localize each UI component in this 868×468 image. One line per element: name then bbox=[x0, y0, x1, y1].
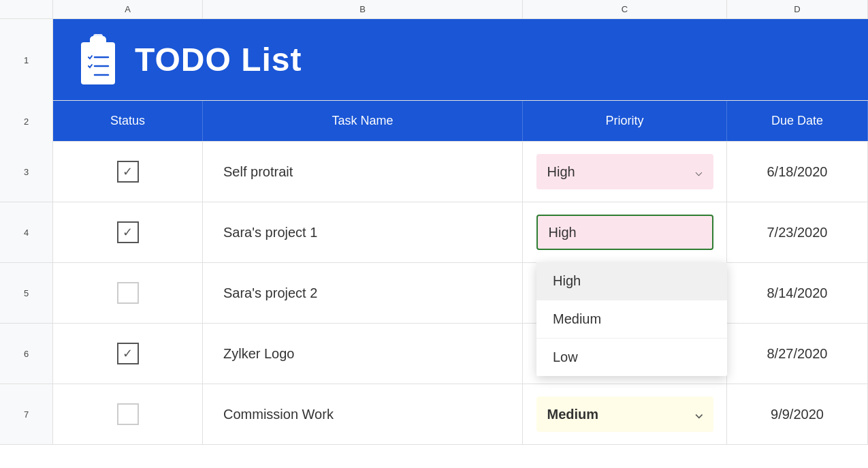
row-num-4: 4 bbox=[0, 202, 53, 262]
taskname-cell-6: Zylker Logo bbox=[203, 324, 523, 384]
priority-cell-7: Medium ⌵ bbox=[523, 384, 727, 444]
column-header-row: 2 Status Task Name Priority Due Date bbox=[0, 101, 868, 142]
priority-value-7: Medium bbox=[547, 407, 599, 422]
dropdown-option-high[interactable]: High bbox=[536, 262, 727, 300]
taskname-cell-5: Sara's project 2 bbox=[203, 263, 523, 323]
dropdown-option-medium[interactable]: Medium bbox=[536, 300, 727, 339]
col-header-b: B bbox=[203, 0, 523, 18]
checkbox-7[interactable] bbox=[117, 403, 139, 425]
duedate-cell-5: 8/14/2020 bbox=[727, 263, 868, 323]
priority-cell-4: High High Medium Low bbox=[523, 202, 727, 262]
row-num-2: 2 bbox=[0, 101, 53, 142]
duedate-cell-6: 8/27/2020 bbox=[727, 324, 868, 384]
row-num-5: 5 bbox=[0, 263, 53, 323]
header-taskname: Task Name bbox=[203, 101, 523, 141]
checkbox-6[interactable]: ✓ bbox=[117, 343, 139, 364]
duedate-cell-7: 9/9/2020 bbox=[727, 384, 868, 444]
header-status: Status bbox=[53, 101, 203, 141]
corner-cell bbox=[0, 0, 53, 18]
status-cell-5 bbox=[53, 263, 203, 323]
status-cell-3: ✓ bbox=[53, 142, 203, 202]
row-num-1: 1 bbox=[0, 19, 53, 101]
row-num-7: 7 bbox=[0, 384, 53, 444]
row-num-3: 3 bbox=[0, 142, 53, 202]
status-cell-4: ✓ bbox=[53, 202, 203, 262]
spreadsheet: A B C D 1 bbox=[0, 0, 868, 468]
duedate-cell-3: 6/18/2020 bbox=[727, 142, 868, 202]
header-priority: Priority bbox=[523, 101, 727, 141]
chevron-icon-3: ⌵ bbox=[695, 164, 703, 179]
clipboard-icon bbox=[74, 33, 121, 87]
priority-dropdown-3[interactable]: High ⌵ bbox=[536, 154, 713, 189]
chevron-icon-7: ⌵ bbox=[695, 407, 703, 422]
data-row-6: 6 ✓ Zylker Logo 8/27/2020 bbox=[0, 324, 868, 384]
status-cell-6: ✓ bbox=[53, 324, 203, 384]
col-header-d: D bbox=[727, 0, 868, 18]
priority-dropdown-7[interactable]: Medium ⌵ bbox=[536, 396, 713, 432]
priority-dropdown-menu: High Medium Low bbox=[536, 262, 727, 376]
col-header-a: A bbox=[53, 0, 203, 18]
header-duedate: Due Date bbox=[727, 101, 868, 141]
app-title: TODO List bbox=[135, 41, 302, 78]
checkbox-3[interactable]: ✓ bbox=[117, 161, 139, 183]
data-row-7: 7 Commission Work Medium ⌵ 9/9/2020 bbox=[0, 384, 868, 445]
dropdown-option-low[interactable]: Low bbox=[536, 339, 727, 376]
title-row: 1 bbox=[0, 19, 868, 101]
row-num-6: 6 bbox=[0, 324, 53, 384]
priority-value-3: High bbox=[547, 164, 575, 180]
priority-cell-3: High ⌵ bbox=[523, 142, 727, 202]
duedate-cell-4: 7/23/2020 bbox=[727, 202, 868, 262]
priority-dropdown-4[interactable]: High bbox=[536, 215, 713, 250]
data-row-5: 5 Sara's project 2 8/14/2020 bbox=[0, 263, 868, 324]
col-header-c: C bbox=[523, 0, 727, 18]
checkbox-5[interactable] bbox=[117, 282, 139, 304]
data-row-4: 4 ✓ Sara's project 1 High High Medium Lo… bbox=[0, 202, 868, 263]
data-row-3: 3 ✓ Self protrait High ⌵ 6/18/2020 bbox=[0, 142, 868, 202]
status-cell-7 bbox=[53, 384, 203, 444]
column-labels: A B C D bbox=[0, 0, 868, 19]
priority-value-4: High bbox=[549, 225, 577, 240]
checkbox-4[interactable]: ✓ bbox=[117, 221, 139, 243]
taskname-cell-3: Self protrait bbox=[203, 142, 523, 202]
svg-rect-3 bbox=[93, 34, 103, 41]
svg-rect-0 bbox=[81, 42, 115, 84]
taskname-cell-7: Commission Work bbox=[203, 384, 523, 444]
taskname-cell-4: Sara's project 1 bbox=[203, 202, 523, 262]
logo-area: TODO List bbox=[53, 19, 868, 100]
